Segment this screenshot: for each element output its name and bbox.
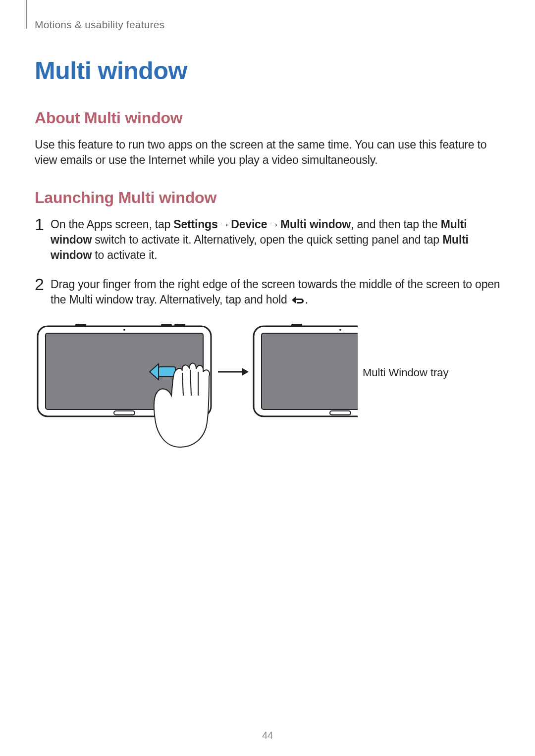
manual-page: Motions & usability features Multi windo… bbox=[0, 0, 535, 756]
svg-rect-4 bbox=[174, 324, 185, 326]
svg-rect-7 bbox=[159, 367, 175, 377]
svg-rect-20 bbox=[330, 411, 351, 415]
svg-rect-16 bbox=[291, 324, 302, 326]
gesture-illustration bbox=[35, 323, 358, 452]
page-number: 44 bbox=[0, 730, 535, 741]
step-number: 1 bbox=[35, 216, 51, 233]
back-button-icon bbox=[290, 294, 305, 309]
step-number: 2 bbox=[35, 276, 51, 293]
svg-rect-2 bbox=[75, 324, 86, 326]
breadcrumb: Motions & usability features bbox=[35, 19, 500, 31]
svg-rect-3 bbox=[161, 324, 172, 326]
about-paragraph: Use this feature to run two apps on the … bbox=[35, 137, 500, 168]
svg-rect-6 bbox=[114, 411, 135, 415]
step-text: On the Apps screen, tap Settings→Device→… bbox=[51, 217, 500, 263]
step-2: 2 Drag your finger from the right edge o… bbox=[35, 277, 500, 309]
transition-arrow-icon bbox=[218, 368, 249, 376]
step-1: 1 On the Apps screen, tap Settings→Devic… bbox=[35, 217, 500, 263]
page-title: Multi window bbox=[35, 56, 500, 85]
header-tab-rule bbox=[26, 0, 27, 29]
svg-point-5 bbox=[123, 329, 125, 331]
heading-about: About Multi window bbox=[35, 109, 500, 127]
step-list: 1 On the Apps screen, tap Settings→Devic… bbox=[35, 217, 500, 309]
figure: Multi Window tray bbox=[35, 323, 500, 452]
svg-marker-13 bbox=[242, 368, 249, 376]
callout-label: Multi Window tray bbox=[363, 366, 449, 380]
svg-rect-15 bbox=[262, 333, 358, 409]
heading-launching: Launching Multi window bbox=[35, 189, 500, 207]
svg-point-19 bbox=[339, 329, 341, 331]
step-text: Drag your finger from the right edge of … bbox=[51, 277, 500, 309]
